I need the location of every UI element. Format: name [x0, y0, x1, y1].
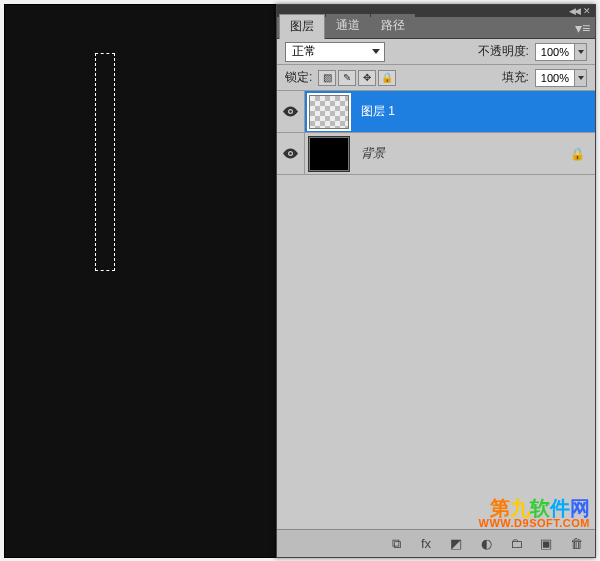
panel-tabs: 图层 通道 路径 ▾≡ [277, 17, 595, 39]
svg-point-1 [289, 152, 292, 155]
add-mask-button[interactable]: ◩ [445, 534, 467, 554]
panel-menu-icon[interactable]: ▾≡ [575, 20, 591, 34]
layer-thumbnail[interactable] [309, 137, 349, 171]
visibility-toggle[interactable] [277, 91, 305, 132]
lock-image-icon[interactable]: ✎ [338, 70, 356, 86]
eye-icon [283, 148, 298, 159]
fill-input[interactable]: 100% [535, 69, 587, 87]
layer-row[interactable]: 图层 1 [277, 91, 595, 133]
adjustment-layer-button[interactable]: ◐ [475, 534, 497, 554]
layer-list[interactable]: 图层 1 背景 🔒 [277, 91, 595, 529]
lock-fill-row: 锁定: ▧ ✎ ✥ 🔒 填充: 100% [277, 65, 595, 91]
layer-name[interactable]: 图层 1 [361, 103, 395, 120]
layer-row[interactable]: 背景 🔒 [277, 133, 595, 175]
panel-bottom-toolbar: ⧉ fx ◩ ◐ 🗀 ▣ 🗑 [277, 529, 595, 557]
delete-layer-button[interactable]: 🗑 [565, 534, 587, 554]
lock-buttons: ▧ ✎ ✥ 🔒 [318, 70, 396, 86]
collapse-button[interactable]: ◀◀ [569, 6, 579, 16]
link-layers-button[interactable]: ⧉ [385, 534, 407, 554]
tab-channels[interactable]: 通道 [326, 14, 370, 38]
layer-fx-button[interactable]: fx [415, 534, 437, 554]
lock-indicator-icon: 🔒 [570, 147, 585, 161]
tab-paths[interactable]: 路径 [371, 14, 415, 38]
close-button[interactable]: ✕ [583, 6, 589, 16]
lock-position-icon[interactable]: ✥ [358, 70, 376, 86]
fill-label: 填充: [502, 69, 529, 86]
blend-mode-select[interactable]: 正常 [285, 42, 385, 62]
lock-label: 锁定: [285, 69, 312, 86]
svg-point-0 [289, 110, 292, 113]
opacity-slider-icon[interactable] [574, 44, 586, 60]
lock-all-icon[interactable]: 🔒 [378, 70, 396, 86]
new-layer-button[interactable]: ▣ [535, 534, 557, 554]
blend-mode-value: 正常 [292, 43, 316, 60]
dropdown-arrow-icon [372, 49, 380, 54]
lock-transparent-icon[interactable]: ▧ [318, 70, 336, 86]
eye-icon [283, 106, 298, 117]
visibility-toggle[interactable] [277, 133, 305, 174]
tab-layers[interactable]: 图层 [279, 14, 325, 39]
opacity-label: 不透明度: [478, 43, 529, 60]
layer-thumbnail[interactable] [309, 95, 349, 129]
selection-marquee [95, 53, 115, 271]
opacity-value: 100% [536, 46, 574, 58]
fill-value: 100% [536, 72, 574, 84]
layer-name[interactable]: 背景 [361, 145, 385, 162]
blend-opacity-row: 正常 不透明度: 100% [277, 39, 595, 65]
opacity-input[interactable]: 100% [535, 43, 587, 61]
fill-slider-icon[interactable] [574, 70, 586, 86]
layers-panel: ◀◀ ✕ 图层 通道 路径 ▾≡ 正常 不透明度: 100% 锁定: ▧ ✎ ✥… [276, 4, 596, 558]
new-group-button[interactable]: 🗀 [505, 534, 527, 554]
